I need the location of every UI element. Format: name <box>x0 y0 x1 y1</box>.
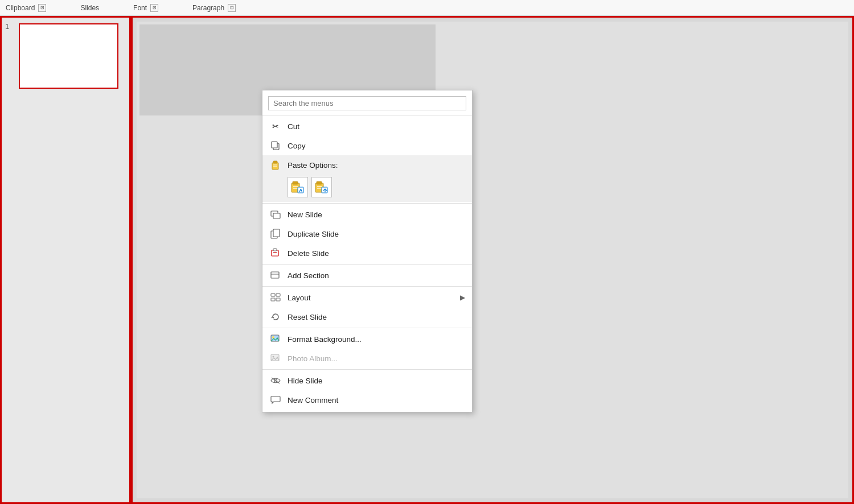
reset-icon <box>269 311 282 323</box>
font-label: Font <box>133 4 147 12</box>
delete-slide-label: Delete Slide <box>288 249 465 258</box>
slide-thumbnail <box>19 23 118 89</box>
menu-divider-2 <box>262 203 472 204</box>
clipboard-label: Clipboard <box>6 4 35 12</box>
comment-icon <box>269 394 282 406</box>
paragraph-icon: ⊡ <box>228 4 236 12</box>
menu-divider-3 <box>262 264 472 265</box>
menu-item-hide-slide[interactable]: Hide Slide <box>262 371 472 390</box>
svg-point-33 <box>273 356 274 358</box>
menu-item-reset-slide[interactable]: Reset Slide <box>262 307 472 327</box>
ribbon-bar: Clipboard ⊡ Slides Font ⊡ Paragraph ⊡ <box>0 0 854 16</box>
paste-icon <box>269 159 282 171</box>
search-box-wrapper <box>262 93 472 114</box>
photo-album-label: Photo Album... <box>288 354 465 363</box>
layout-icon <box>269 291 282 304</box>
menu-item-add-section[interactable]: Add Section <box>262 266 472 285</box>
ribbon-section-clipboard: Clipboard ⊡ <box>6 4 46 12</box>
svg-point-31 <box>272 336 274 338</box>
layout-submenu-arrow: ▶ <box>460 294 465 301</box>
menu-divider-6 <box>262 369 472 370</box>
slide-number: 1 <box>5 22 9 31</box>
menu-item-new-slide[interactable]: New Slide <box>262 205 472 224</box>
menu-item-copy[interactable]: Copy <box>262 136 472 155</box>
photo-album-icon <box>269 352 282 365</box>
format-bg-icon <box>269 333 282 345</box>
svg-rect-13 <box>317 181 322 184</box>
hide-icon <box>269 374 282 387</box>
menu-item-duplicate-slide[interactable]: Duplicate Slide <box>262 224 472 243</box>
svg-rect-27 <box>276 294 280 296</box>
paste-options-row: A <box>262 175 472 202</box>
svg-rect-20 <box>273 229 280 237</box>
copy-icon <box>269 139 282 152</box>
paragraph-label: Paragraph <box>192 4 224 12</box>
scissors-icon <box>269 120 282 133</box>
section-icon <box>269 269 282 282</box>
duplicate-slide-label: Duplicate Slide <box>288 230 465 238</box>
main-area: 1 Cut <box>0 16 854 504</box>
svg-rect-24 <box>271 272 279 278</box>
add-section-label: Add Section <box>288 271 465 280</box>
cut-label: Cut <box>288 122 465 131</box>
menu-divider-4 <box>262 286 472 287</box>
delete-icon <box>269 247 282 259</box>
svg-text:A: A <box>299 188 303 193</box>
slide-content-area <box>137 22 848 498</box>
new-comment-label: New Comment <box>288 396 465 404</box>
menu-item-new-comment[interactable]: New Comment <box>262 390 472 410</box>
svg-rect-28 <box>271 298 275 301</box>
layout-label: Layout <box>288 294 454 302</box>
svg-rect-7 <box>293 181 298 184</box>
format-background-label: Format Background... <box>288 335 465 344</box>
menu-item-paste-options[interactable]: Paste Options: <box>262 155 472 175</box>
slides-label: Slides <box>80 4 99 12</box>
content-area: Cut Copy <box>131 16 854 504</box>
menu-divider-top <box>262 115 472 115</box>
ribbon-section-font: Font ⊡ <box>133 4 158 12</box>
menu-item-cut[interactable]: Cut <box>262 117 472 136</box>
clipboard-icon: ⊡ <box>38 4 46 12</box>
svg-rect-18 <box>273 213 280 218</box>
new-slide-icon <box>269 208 282 221</box>
svg-rect-29 <box>276 298 280 301</box>
menu-item-format-background[interactable]: Format Background... <box>262 329 472 349</box>
paste-options-label: Paste Options: <box>288 161 465 170</box>
duplicate-icon <box>269 228 282 240</box>
context-menu: Cut Copy <box>262 90 473 412</box>
svg-rect-1 <box>272 142 277 148</box>
menu-divider-5 <box>262 328 472 328</box>
slide-panel: 1 <box>0 16 131 504</box>
ribbon-section-paragraph: Paragraph ⊡ <box>192 4 236 12</box>
ribbon-section-slides: Slides <box>80 4 99 12</box>
menu-item-photo-album: Photo Album... <box>262 349 472 368</box>
reset-slide-label: Reset Slide <box>288 313 465 321</box>
paste-use-destination-button[interactable] <box>311 177 332 197</box>
menu-search-input[interactable] <box>268 96 466 110</box>
svg-rect-3 <box>273 161 277 163</box>
menu-item-layout[interactable]: Layout ▶ <box>262 288 472 307</box>
svg-rect-23 <box>273 249 277 251</box>
copy-label: Copy <box>288 142 465 150</box>
svg-rect-26 <box>271 294 275 296</box>
font-icon: ⊡ <box>150 4 158 12</box>
svg-rect-2 <box>272 163 278 170</box>
paste-keep-source-button[interactable]: A <box>288 177 308 197</box>
menu-item-delete-slide[interactable]: Delete Slide <box>262 243 472 263</box>
new-slide-label: New Slide <box>288 210 465 219</box>
hide-slide-label: Hide Slide <box>288 377 465 385</box>
